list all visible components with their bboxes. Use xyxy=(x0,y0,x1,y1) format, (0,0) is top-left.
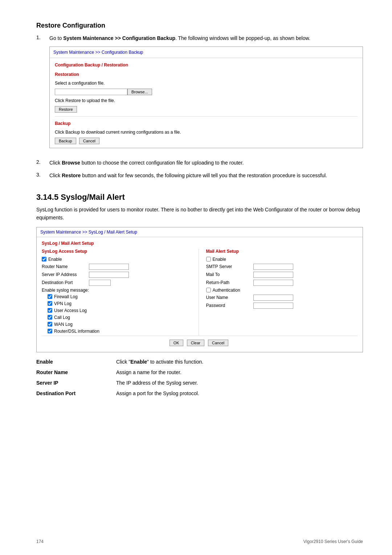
auth-row: Authentication xyxy=(206,288,358,293)
router-name-input[interactable] xyxy=(89,264,129,270)
step-2-num: 2. xyxy=(36,159,49,167)
step-3-after: button and wait for few seconds, the fol… xyxy=(81,173,327,178)
config-section-title: Configuration Backup / Restoration xyxy=(55,62,358,68)
user-name-input[interactable] xyxy=(253,295,293,301)
step-1: 1. Go to System Maintenance >> Configura… xyxy=(36,35,363,154)
definition-list: Enable Click "Enable" to activate this f… xyxy=(36,358,363,397)
def-server-ip: Server IP The IP address of the Syslog s… xyxy=(36,379,363,387)
return-path-input[interactable] xyxy=(253,280,293,286)
auth-label: Authentication xyxy=(213,288,240,293)
syslog-cancel-button[interactable]: Cancel xyxy=(208,340,228,346)
def-enable-bold: Enable xyxy=(130,359,147,365)
browse-button[interactable]: Browse... xyxy=(127,89,152,95)
user-name-row: User Name xyxy=(206,295,358,301)
password-row: Password xyxy=(206,303,358,309)
call-log-checkbox[interactable] xyxy=(48,315,52,320)
server-ip-label: Server IP Address xyxy=(42,272,89,277)
step-1-text-before: Go to xyxy=(49,35,63,41)
step-1-bold: System Maintenance >> Configuration Back… xyxy=(63,35,175,41)
mail-to-label: Mail To xyxy=(206,272,253,277)
select-label: Select a configuration file. xyxy=(55,80,105,86)
def-dest-port-term: Destination Port xyxy=(36,390,116,397)
firewall-log-checkbox[interactable] xyxy=(48,294,52,299)
syslog-panel-header: System Maintenance >> SysLog / Mail Aler… xyxy=(37,227,363,237)
step-3-bold: Restore xyxy=(62,173,81,178)
mail-enable-checkbox[interactable] xyxy=(206,257,211,262)
section-divider xyxy=(55,116,358,117)
syslog-logs: Firewall Log VPN Log User Access Log xyxy=(48,294,193,334)
dest-port-label: Destination Port xyxy=(42,280,89,285)
router-dsl-row: Router/DSL information xyxy=(48,329,193,334)
call-log-row: Call Log xyxy=(48,315,193,320)
router-name-label: Router Name xyxy=(42,264,89,269)
def-enable: Enable Click "Enable" to activate this f… xyxy=(36,358,363,366)
syslog-panel: System Maintenance >> SysLog / Mail Aler… xyxy=(36,227,363,352)
syslog-title: 3.14.5 Syslog/Mail Alert xyxy=(36,193,363,202)
def-dest-port: Destination Port Assign a port for the S… xyxy=(36,390,363,397)
def-server-ip-term: Server IP xyxy=(36,379,116,387)
syslog-desc: SysLog function is provided for users to… xyxy=(36,206,363,222)
restoration-title: Restoration xyxy=(55,71,358,78)
vpn-log-label: VPN Log xyxy=(54,301,72,306)
user-access-log-label: User Access Log xyxy=(54,308,87,313)
backup-button[interactable]: Backup xyxy=(55,138,76,144)
step-1-text-after: . The following windows will be popped-u… xyxy=(175,35,310,41)
call-log-label: Call Log xyxy=(54,315,70,320)
restore-btn-row: Restore xyxy=(55,106,358,113)
router-name-row: Router Name xyxy=(42,264,193,270)
config-file-input[interactable] xyxy=(55,89,127,95)
def-router-name: Router Name Assign a name for the router… xyxy=(36,369,363,376)
wan-log-checkbox[interactable] xyxy=(48,322,52,327)
syslog-left-col: SysLog Access Setup Enable Router Name S… xyxy=(42,249,199,336)
return-path-row: Return-Path xyxy=(206,280,358,286)
restore-hint: Click Restore to upload the file. xyxy=(55,97,115,104)
step-2-after: button to choose the correct configurati… xyxy=(80,160,244,166)
step-1-content: Go to System Maintenance >> Configuratio… xyxy=(49,35,363,154)
syslog-inner-title: SysLog / Mail Alert Setup xyxy=(42,241,358,246)
return-path-label: Return-Path xyxy=(206,280,253,285)
syslog-button-row: OK Clear Cancel xyxy=(42,336,358,348)
restore-config-title: Restore Configuration xyxy=(36,22,363,29)
restore-button[interactable]: Restore xyxy=(55,106,77,113)
step-1-num: 1. xyxy=(36,35,49,154)
user-access-log-checkbox[interactable] xyxy=(48,308,52,313)
password-input[interactable] xyxy=(253,303,293,309)
syslog-enable-checkbox[interactable] xyxy=(42,257,46,262)
smtp-server-input[interactable] xyxy=(253,264,293,270)
backup-hint: Click Backup to download current running… xyxy=(55,129,181,135)
restore-config-section: Restore Configuration 1. Go to System Ma… xyxy=(36,22,363,179)
auth-checkbox[interactable] xyxy=(206,288,211,292)
step-3-num: 3. xyxy=(36,172,49,179)
mail-col-title: Mail Alert Setup xyxy=(206,249,358,254)
page-number: 174 xyxy=(36,539,44,544)
syslog-ok-button[interactable]: OK xyxy=(170,340,183,346)
config-backup-panel: System Maintenance >> Configuration Back… xyxy=(49,46,363,148)
dest-port-input[interactable]: 514 xyxy=(89,280,111,286)
mail-to-input[interactable] xyxy=(253,272,293,278)
step-3: 3. Click Restore button and wait for few… xyxy=(36,172,363,179)
syslog-columns: SysLog Access Setup Enable Router Name S… xyxy=(42,249,358,336)
step-3-before: Click xyxy=(49,173,62,178)
footer: 174 Vigor2910 Series User's Guide xyxy=(36,539,363,544)
syslog-panel-body: SysLog / Mail Alert Setup SysLog Access … xyxy=(37,237,363,352)
def-server-ip-desc: The IP address of the Syslog server. xyxy=(116,379,363,387)
smtp-server-label: SMTP Server xyxy=(206,264,253,269)
backup-cancel-button[interactable]: Cancel xyxy=(79,138,99,144)
router-dsl-label: Router/DSL information xyxy=(54,329,99,334)
step-3-content: Click Restore button and wait for few se… xyxy=(49,172,363,179)
server-ip-input[interactable] xyxy=(89,272,129,278)
user-name-label: User Name xyxy=(206,295,253,300)
mail-enable-label: Enable xyxy=(213,257,226,262)
vpn-log-checkbox[interactable] xyxy=(48,301,52,306)
syslog-clear-button[interactable]: Clear xyxy=(187,340,204,346)
router-dsl-checkbox[interactable] xyxy=(48,329,52,333)
step-2: 2. Click Browse button to choose the cor… xyxy=(36,159,363,167)
wan-log-label: WAN Log xyxy=(54,322,73,327)
def-enable-term: Enable xyxy=(36,358,116,366)
password-label: Password xyxy=(206,303,253,308)
syslog-enable-label: Enable xyxy=(48,257,62,262)
config-panel-header: System Maintenance >> Configuration Back… xyxy=(50,47,363,58)
step-2-bold: Browse xyxy=(62,160,80,166)
mail-to-row: Mail To xyxy=(206,272,358,278)
restore-hint-row: Click Restore to upload the file. xyxy=(55,97,358,104)
